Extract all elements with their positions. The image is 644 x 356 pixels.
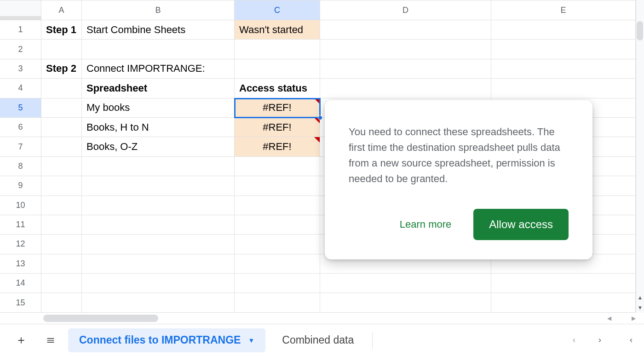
cell-A10[interactable] [41, 196, 82, 215]
row-header-9[interactable]: 9 [0, 176, 41, 195]
cell-E3[interactable] [491, 59, 636, 79]
cell-B14[interactable] [82, 274, 235, 293]
cell-E1[interactable] [491, 20, 636, 40]
cell-B12[interactable] [82, 235, 235, 254]
cell-A5[interactable] [41, 98, 82, 118]
scroll-up-icon[interactable]: ▲ [638, 294, 643, 301]
tab-combined-data[interactable]: Combined data [271, 328, 365, 352]
cell-A9[interactable] [41, 176, 82, 195]
cell-A2[interactable] [41, 40, 82, 59]
cell-A14[interactable] [41, 274, 82, 293]
tab-scroll-right-icon[interactable] [596, 335, 604, 345]
cell-E15[interactable] [491, 293, 636, 312]
cell-A3[interactable]: Step 2 [41, 59, 82, 79]
col-header-D[interactable]: D [320, 0, 491, 20]
col-header-B[interactable]: B [82, 0, 235, 20]
col-header-A[interactable]: A [41, 0, 82, 20]
cell-C14[interactable] [235, 274, 320, 293]
cell-C5[interactable]: #REF! [235, 98, 320, 118]
cell-B1[interactable]: Start Combine Sheets [82, 20, 235, 40]
row-header-13[interactable]: 13 [0, 254, 41, 274]
cell-A4[interactable] [41, 79, 82, 98]
all-sheets-button[interactable] [39, 328, 63, 352]
cell-A1[interactable]: Step 1 [41, 20, 82, 40]
cell-C4[interactable]: Access status [235, 79, 320, 98]
col-header-E[interactable]: E [491, 0, 636, 20]
cell-E4[interactable] [491, 79, 636, 98]
cell-B4[interactable]: Spreadsheet [82, 79, 235, 98]
cell-A7[interactable] [41, 137, 82, 156]
row-header-7[interactable]: 7 [0, 137, 41, 156]
cell-C15[interactable] [235, 293, 320, 312]
cell-C6[interactable]: #REF! [235, 118, 320, 137]
scroll-right-icon[interactable]: ▶ [632, 315, 636, 322]
horizontal-scrollbar[interactable] [41, 315, 607, 322]
cell-C1[interactable]: Wasn't started [235, 20, 320, 40]
cell-B10[interactable] [82, 196, 235, 215]
row-header-10[interactable]: 10 [0, 196, 41, 215]
cell-A15[interactable] [41, 293, 82, 312]
row-header-4[interactable]: 4 [0, 79, 41, 98]
allow-access-button[interactable]: Allow access [473, 209, 569, 240]
cell-C11[interactable] [235, 215, 320, 235]
cell-B6[interactable]: Books, H to N [82, 118, 235, 137]
cell-B11[interactable] [82, 215, 235, 235]
row-header-8[interactable]: 8 [0, 157, 41, 176]
row-headers: 1 2 3 4 5 6 7 8 9 10 11 12 13 14 15 [0, 20, 41, 313]
scroll-left-icon[interactable]: ◀ [607, 315, 611, 322]
row-header-14[interactable]: 14 [0, 274, 41, 293]
scroll-down-icon[interactable]: ▼ [638, 304, 643, 311]
cell-D2[interactable] [320, 40, 491, 59]
select-all-corner[interactable] [0, 0, 41, 20]
row-header-3[interactable]: 3 [0, 59, 41, 79]
column-headers: A B C D E [0, 0, 636, 20]
cell-D14[interactable] [320, 274, 491, 293]
cell-C3[interactable] [235, 59, 320, 79]
cell-C2[interactable] [235, 40, 320, 59]
row-header-15[interactable]: 15 [0, 293, 41, 312]
caret-down-icon[interactable]: ▼ [248, 337, 254, 344]
horizontal-scrollbar-thumb[interactable] [43, 315, 158, 322]
cell-C13[interactable] [235, 254, 320, 274]
cell-B9[interactable] [82, 176, 235, 195]
cell-B7[interactable]: Books, O-Z [82, 137, 235, 156]
cell-A8[interactable] [41, 157, 82, 176]
learn-more-link[interactable]: Learn more [400, 218, 452, 230]
cell-D4[interactable] [320, 79, 491, 98]
cell-E14[interactable] [491, 274, 636, 293]
cell-A13[interactable] [41, 254, 82, 274]
cell-D15[interactable] [320, 293, 491, 312]
tab-connect-files[interactable]: Connect files to IMPORTRANGE ▼ [68, 328, 265, 352]
vertical-scrollbar-thumb[interactable] [637, 21, 643, 40]
cell-B13[interactable] [82, 254, 235, 274]
cell-B2[interactable] [82, 40, 235, 59]
row-header-6[interactable]: 6 [0, 118, 41, 137]
cell-C12[interactable] [235, 235, 320, 254]
cell-E2[interactable] [491, 40, 636, 59]
cell-C8[interactable] [235, 157, 320, 176]
row-header-5[interactable]: 5 [0, 98, 41, 118]
cell-B15[interactable] [82, 293, 235, 312]
cell-C10[interactable] [235, 196, 320, 215]
cell-B3[interactable]: Connect IMPORTRANGE: [82, 59, 235, 79]
col-header-C[interactable]: C [235, 0, 320, 20]
side-panel-toggle[interactable] [627, 335, 635, 345]
cell-A6[interactable] [41, 118, 82, 137]
cell-B8[interactable] [82, 157, 235, 176]
row-header-12[interactable]: 12 [0, 235, 41, 254]
chevron-left-icon [627, 335, 635, 345]
row-header-2[interactable]: 2 [0, 40, 41, 59]
importrange-permission-popup: You need to connect these spreadsheets. … [325, 100, 592, 259]
cell-C7[interactable]: #REF! [235, 137, 320, 156]
cell-D3[interactable] [320, 59, 491, 79]
tab-scroll-left-icon[interactable] [570, 335, 578, 345]
cell-C9[interactable] [235, 176, 320, 195]
cell-A11[interactable] [41, 215, 82, 235]
cell-B5[interactable]: My books [82, 98, 235, 118]
cell-A12[interactable] [41, 235, 82, 254]
cell-D1[interactable] [320, 20, 491, 40]
vertical-scrollbar[interactable]: ▲ ▼ [636, 0, 644, 313]
row-header-1[interactable]: 1 [0, 20, 41, 40]
add-sheet-button[interactable] [9, 328, 33, 352]
row-header-11[interactable]: 11 [0, 215, 41, 235]
